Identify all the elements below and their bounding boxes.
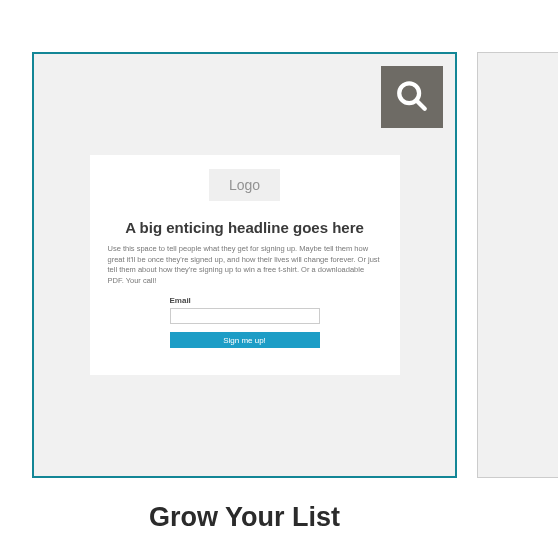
preview-signup-button: Sign me up! bbox=[170, 332, 320, 348]
preview-logo-placeholder: Logo bbox=[209, 169, 280, 201]
preview-email-label: Email bbox=[170, 296, 320, 305]
preview-headline: A big enticing headline goes here bbox=[125, 219, 364, 236]
zoom-button[interactable] bbox=[381, 66, 443, 128]
svg-line-1 bbox=[416, 100, 425, 109]
template-gallery: Logo A big enticing headline goes here U… bbox=[0, 0, 558, 478]
template-card-grow-your-list[interactable]: Logo A big enticing headline goes here U… bbox=[32, 52, 457, 478]
template-title: Grow Your List bbox=[32, 502, 457, 533]
search-icon bbox=[395, 79, 429, 116]
template-card-next[interactable] bbox=[477, 52, 558, 478]
preview-form: Email Sign me up! bbox=[170, 296, 320, 348]
template-preview: Logo A big enticing headline goes here U… bbox=[90, 155, 400, 375]
preview-description: Use this space to tell people what they … bbox=[108, 244, 382, 286]
preview-email-input bbox=[170, 308, 320, 324]
template-preview-frame-partial bbox=[478, 53, 558, 475]
